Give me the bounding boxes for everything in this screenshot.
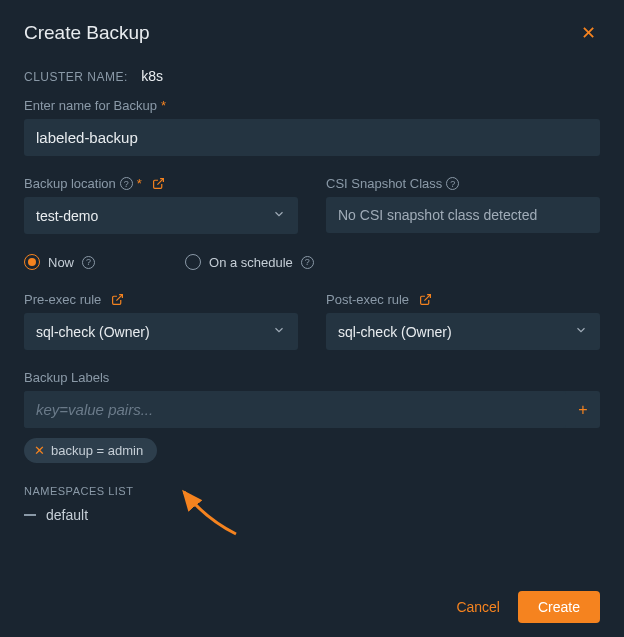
pre-exec-label: Pre-exec rule	[24, 292, 298, 307]
required-asterisk: *	[137, 176, 142, 191]
namespaces-header: NAMESPACES LIST	[24, 485, 600, 497]
backup-location-section: Backup location ?* test-demo	[24, 176, 298, 234]
schedule-on-schedule-label: On a schedule	[209, 255, 293, 270]
external-link-icon[interactable]	[111, 293, 124, 306]
backup-location-value: test-demo	[36, 208, 98, 224]
namespace-name: default	[46, 507, 88, 523]
add-label-button[interactable]: +	[566, 391, 600, 428]
chevron-down-icon	[574, 323, 588, 340]
pre-exec-section: Pre-exec rule sql-check (Owner)	[24, 292, 298, 350]
csi-snapshot-section: CSI Snapshot Class ? No CSI snapshot cla…	[326, 176, 600, 234]
backup-location-label: Backup location ?*	[24, 176, 298, 191]
post-exec-select[interactable]: sql-check (Owner)	[326, 313, 600, 350]
csi-snapshot-value: No CSI snapshot class detected	[326, 197, 600, 233]
external-link-icon[interactable]	[419, 293, 432, 306]
backup-labels-label: Backup Labels	[24, 370, 600, 385]
required-asterisk: *	[161, 98, 166, 113]
create-backup-modal: Create Backup ✕ CLUSTER NAME: k8s Enter …	[0, 0, 624, 543]
backup-labels-input[interactable]	[24, 391, 566, 428]
modal-footer: Cancel Create	[456, 591, 600, 623]
cancel-button[interactable]: Cancel	[456, 599, 500, 615]
backup-name-label: Enter name for Backup*	[24, 98, 600, 113]
csi-snapshot-label: CSI Snapshot Class ?	[326, 176, 600, 191]
namespace-item[interactable]: default	[24, 507, 600, 523]
help-icon[interactable]: ?	[82, 256, 95, 269]
label-chip-text: backup = admin	[51, 443, 143, 458]
chevron-down-icon	[272, 323, 286, 340]
svg-line-0	[157, 179, 163, 185]
chevron-down-icon	[272, 207, 286, 224]
external-link-icon[interactable]	[152, 177, 165, 190]
backup-name-section: Enter name for Backup*	[24, 98, 600, 156]
pre-exec-select[interactable]: sql-check (Owner)	[24, 313, 298, 350]
close-icon[interactable]: ✕	[577, 20, 600, 46]
help-icon[interactable]: ?	[120, 177, 133, 190]
backup-name-input[interactable]	[24, 119, 600, 156]
schedule-now-label: Now	[48, 255, 74, 270]
help-icon[interactable]: ?	[446, 177, 459, 190]
svg-line-2	[425, 295, 431, 301]
schedule-radio-group: Now ? On a schedule ?	[24, 254, 600, 270]
post-exec-label: Post-exec rule	[326, 292, 600, 307]
remove-chip-icon[interactable]: ✕	[34, 443, 45, 458]
schedule-now-radio[interactable]: Now ?	[24, 254, 95, 270]
cluster-name-label: CLUSTER NAME:	[24, 70, 128, 84]
radio-icon	[185, 254, 201, 270]
cluster-name-row: CLUSTER NAME: k8s	[24, 68, 600, 84]
backup-location-select[interactable]: test-demo	[24, 197, 298, 234]
cluster-name-value: k8s	[141, 68, 163, 84]
backup-labels-section: Backup Labels + ✕ backup = admin	[24, 370, 600, 463]
radio-icon	[24, 254, 40, 270]
modal-title: Create Backup	[24, 22, 150, 44]
label-chip: ✕ backup = admin	[24, 438, 157, 463]
schedule-on-schedule-radio[interactable]: On a schedule ?	[185, 254, 314, 270]
post-exec-section: Post-exec rule sql-check (Owner)	[326, 292, 600, 350]
collapse-icon	[24, 514, 36, 516]
create-button[interactable]: Create	[518, 591, 600, 623]
modal-header: Create Backup ✕	[24, 20, 600, 46]
svg-line-1	[117, 295, 123, 301]
help-icon[interactable]: ?	[301, 256, 314, 269]
pre-exec-value: sql-check (Owner)	[36, 324, 150, 340]
post-exec-value: sql-check (Owner)	[338, 324, 452, 340]
